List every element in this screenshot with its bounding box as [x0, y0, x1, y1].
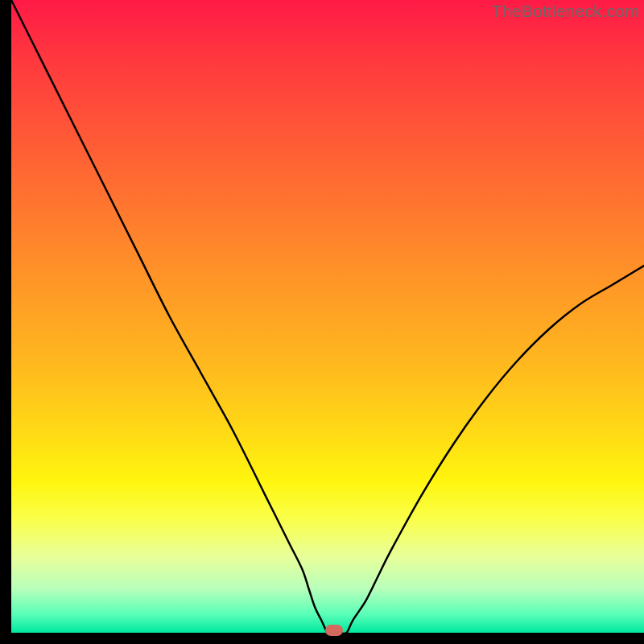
chart-plot-area [11, 0, 644, 633]
watermark-text: TheBottleneck.com [492, 2, 639, 21]
bottleneck-curve [11, 0, 644, 633]
minimum-marker [325, 625, 343, 636]
